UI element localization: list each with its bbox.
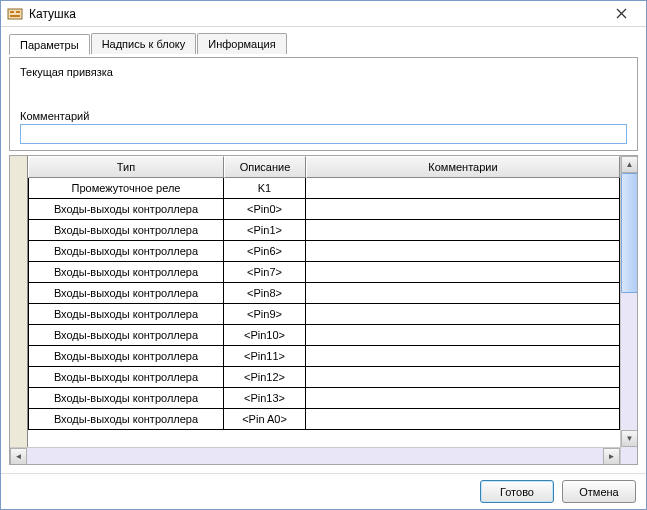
comment-label: Комментарий (20, 110, 89, 122)
cell-comm (306, 325, 620, 346)
scroll-down-icon[interactable]: ▼ (621, 430, 638, 447)
grid-corner (10, 156, 28, 464)
cell-type: Промежуточное реле (28, 178, 224, 199)
cell-comm (306, 283, 620, 304)
cell-type: Входы-выходы контроллера (28, 409, 224, 430)
cell-comm (306, 346, 620, 367)
cell-comm (306, 409, 620, 430)
table-row[interactable]: Входы-выходы контроллера<Pin7> (28, 262, 620, 283)
app-icon (7, 6, 23, 22)
cell-comm (306, 178, 620, 199)
col-header-comm[interactable]: Комментарии (306, 156, 620, 178)
table-row[interactable]: Входы-выходы контроллера<Pin6> (28, 241, 620, 262)
window-title: Катушка (29, 7, 602, 21)
scroll-left-icon[interactable]: ◄ (10, 448, 27, 465)
cell-comm (306, 367, 620, 388)
content-area: Параметры Надпись к блоку Информация Тек… (1, 27, 646, 473)
grid-main: Тип Описание Комментарии Промежуточное р… (28, 156, 620, 464)
svg-rect-1 (10, 11, 14, 13)
col-header-desc[interactable]: Описание (224, 156, 306, 178)
cell-type: Входы-выходы контроллера (28, 283, 224, 304)
titlebar: Катушка (1, 1, 646, 27)
cell-type: Входы-выходы контроллера (28, 388, 224, 409)
tab-info[interactable]: Информация (197, 33, 286, 54)
table-row[interactable]: Входы-выходы контроллера<Pin A0> (28, 409, 620, 430)
binding-value (20, 80, 627, 96)
cell-type: Входы-выходы контроллера (28, 304, 224, 325)
cell-type: Входы-выходы контроллера (28, 262, 224, 283)
table-row[interactable]: Входы-выходы контроллера<Pin13> (28, 388, 620, 409)
table-row[interactable]: Входы-выходы контроллера<Pin0> (28, 199, 620, 220)
vertical-scrollbar[interactable]: ▲ ▼ (620, 156, 637, 464)
cell-desc: <Pin1> (224, 220, 306, 241)
svg-rect-3 (10, 15, 20, 17)
grid-header: Тип Описание Комментарии (28, 156, 620, 178)
table-row[interactable]: Входы-выходы контроллера<Pin8> (28, 283, 620, 304)
cell-desc: <Pin11> (224, 346, 306, 367)
tab-strip: Параметры Надпись к блоку Информация (9, 33, 638, 54)
cell-type: Входы-выходы контроллера (28, 241, 224, 262)
svg-rect-2 (16, 11, 20, 13)
binding-label: Текущая привязка (20, 66, 627, 78)
cell-comm (306, 241, 620, 262)
table-row[interactable]: Промежуточное релеK1 (28, 178, 620, 199)
cell-comm (306, 262, 620, 283)
scroll-thumb[interactable] (621, 173, 638, 293)
cell-comm (306, 199, 620, 220)
table-row[interactable]: Входы-выходы контроллера<Pin11> (28, 346, 620, 367)
cell-type: Входы-выходы контроллера (28, 220, 224, 241)
ok-button[interactable]: Готово (480, 480, 554, 503)
scroll-right-icon[interactable]: ► (603, 448, 620, 465)
cell-comm (306, 388, 620, 409)
cell-desc: <Pin0> (224, 199, 306, 220)
table-row[interactable]: Входы-выходы контроллера<Pin1> (28, 220, 620, 241)
cancel-button[interactable]: Отмена (562, 480, 636, 503)
grid-container: Тип Описание Комментарии Промежуточное р… (9, 155, 638, 465)
close-icon (616, 8, 627, 19)
cell-desc: K1 (224, 178, 306, 199)
cell-desc: <Pin13> (224, 388, 306, 409)
button-bar: Готово Отмена (1, 473, 646, 509)
cell-desc: <Pin6> (224, 241, 306, 262)
table-row[interactable]: Входы-выходы контроллера<Pin10> (28, 325, 620, 346)
cell-desc: <Pin8> (224, 283, 306, 304)
cell-desc: <Pin10> (224, 325, 306, 346)
cell-type: Входы-выходы контроллера (28, 346, 224, 367)
cell-desc: <Pin9> (224, 304, 306, 325)
table-row[interactable]: Входы-выходы контроллера<Pin12> (28, 367, 620, 388)
horizontal-scrollbar[interactable]: ◄ ► (10, 447, 620, 464)
scroll-up-icon[interactable]: ▲ (621, 156, 638, 173)
cell-comm (306, 220, 620, 241)
grid-body: Промежуточное релеK1Входы-выходы контрол… (28, 178, 620, 430)
tab-block-label[interactable]: Надпись к блоку (91, 33, 197, 54)
cell-desc: <Pin7> (224, 262, 306, 283)
cell-type: Входы-выходы контроллера (28, 199, 224, 220)
cell-desc: <Pin A0> (224, 409, 306, 430)
tab-body: Текущая привязка Комментарий (9, 57, 638, 151)
cell-desc: <Pin12> (224, 367, 306, 388)
close-button[interactable] (602, 4, 640, 24)
cell-type: Входы-выходы контроллера (28, 325, 224, 346)
comment-input[interactable] (20, 124, 627, 144)
cell-comm (306, 304, 620, 325)
dialog-window: Катушка Параметры Надпись к блоку Информ… (0, 0, 647, 510)
cell-type: Входы-выходы контроллера (28, 367, 224, 388)
svg-rect-0 (8, 9, 22, 19)
tab-parameters[interactable]: Параметры (9, 34, 90, 55)
table-row[interactable]: Входы-выходы контроллера<Pin9> (28, 304, 620, 325)
col-header-type[interactable]: Тип (28, 156, 224, 178)
